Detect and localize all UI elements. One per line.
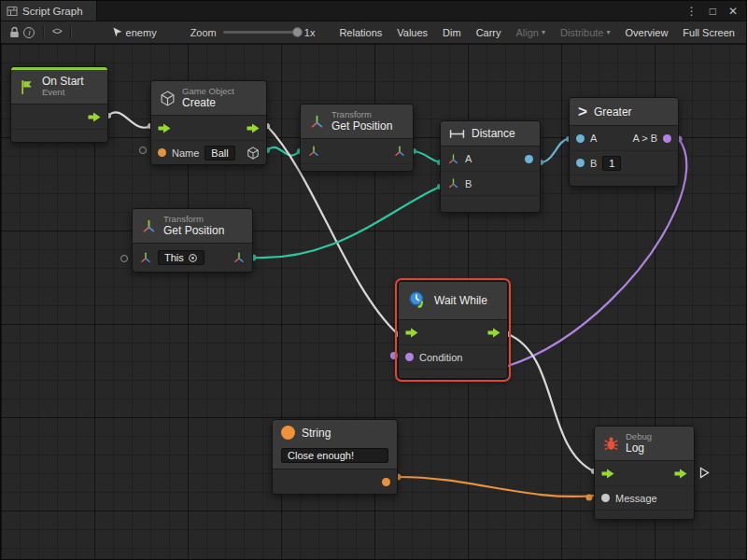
string-icon <box>281 426 295 440</box>
unconnected-port[interactable] <box>120 255 128 262</box>
float-input-port[interactable] <box>576 159 585 167</box>
node-get-position-a[interactable]: TransformGet Position <box>300 104 414 172</box>
flow-input-port[interactable] <box>601 469 614 479</box>
lock-icon[interactable] <box>7 24 21 41</box>
zoom-label: Zoom <box>190 27 217 38</box>
toolbar-separator <box>70 26 71 39</box>
code-icon[interactable]: <> <box>49 24 63 41</box>
transform-axis-icon <box>141 218 157 234</box>
port-label: B <box>590 158 597 169</box>
chevron-down-icon: ▾ <box>606 28 610 36</box>
string-input-port[interactable] <box>158 148 166 157</box>
bug-icon <box>603 436 619 452</box>
wire-flow-onstart-create[interactable] <box>108 112 150 127</box>
port-label: B <box>465 178 472 189</box>
wire-object-create-getposition[interactable] <box>267 147 300 156</box>
node-get-position-b[interactable]: TransformGet Position This <box>132 208 253 273</box>
transform-input-port[interactable] <box>307 145 320 158</box>
target-value: This <box>164 252 184 263</box>
overview-button[interactable]: Overview <box>620 24 674 41</box>
zoom-slider[interactable] <box>223 31 298 34</box>
condition-input-port[interactable] <box>405 353 414 361</box>
float-input-port[interactable] <box>576 134 585 143</box>
tab-script-graph[interactable]: Script Graph <box>1 1 97 21</box>
cube-icon <box>160 91 176 106</box>
node-title: Create <box>182 97 234 109</box>
flow-output-port[interactable] <box>487 328 500 338</box>
greater-icon: > <box>578 104 587 119</box>
close-icon[interactable]: ✕ <box>728 5 738 18</box>
window-menu-icon[interactable]: ⋮ <box>686 5 698 18</box>
node-header: TransformGet Position <box>133 209 252 244</box>
toolbar-buttons: Relations Values Dim Carry Align▾ Distri… <box>333 24 740 41</box>
target-field[interactable]: This <box>158 250 204 265</box>
values-button[interactable]: Values <box>391 24 433 41</box>
align-button[interactable]: Align▾ <box>511 24 551 41</box>
distance-icon <box>449 129 465 139</box>
port-label: A <box>590 133 597 144</box>
node-footer <box>399 369 507 378</box>
port-label: A <box>465 153 472 164</box>
wire-vector-getposition-distance-b[interactable] <box>253 187 440 258</box>
node-header: On StartEvent <box>11 70 107 105</box>
zoom-control: Zoom 1x <box>190 27 316 38</box>
node-create-game-object[interactable]: Game ObjectCreate Name Ball <box>150 80 267 165</box>
flow-output-port[interactable] <box>247 123 260 133</box>
transform-input-port[interactable] <box>139 251 152 264</box>
node-debug-log[interactable]: DebugLog Message <box>594 426 695 520</box>
node-title: Get Position <box>331 120 392 133</box>
wire-flow-waitwhile-log[interactable] <box>508 334 594 471</box>
vector3-output-port[interactable] <box>393 145 406 158</box>
node-distance[interactable]: Distance A B <box>440 120 541 213</box>
node-title: Get Position <box>163 225 224 237</box>
relations-button[interactable]: Relations <box>333 24 388 41</box>
node-title: On Start <box>42 76 84 88</box>
name-input-field[interactable]: Ball <box>204 146 234 161</box>
string-output-port[interactable] <box>382 478 390 486</box>
flow-output-port[interactable] <box>674 469 687 479</box>
string-value-field[interactable]: Close enough! <box>281 448 388 463</box>
carry-button[interactable]: Carry <box>471 24 507 41</box>
distribute-button[interactable]: Distribute▾ <box>555 24 615 41</box>
unconnected-port[interactable] <box>139 147 147 154</box>
flow-input-port[interactable] <box>158 123 171 133</box>
port-label: Name <box>172 147 199 159</box>
node-wait-while[interactable]: Wait While Condition <box>398 281 508 379</box>
flow-output-port[interactable] <box>88 112 101 122</box>
graph-breadcrumb[interactable]: enemy <box>112 27 157 38</box>
node-header: Wait While <box>399 282 507 320</box>
node-title: Wait While <box>434 294 487 307</box>
node-header: String Close enough! <box>273 420 397 469</box>
node-on-start[interactable]: On StartEvent <box>10 66 108 143</box>
node-footer <box>595 510 694 519</box>
node-footer <box>441 195 540 212</box>
game-object-output-port[interactable] <box>247 147 260 160</box>
flow-input-port[interactable] <box>405 328 418 338</box>
wire-string-log[interactable] <box>398 477 594 497</box>
port-label: Condition <box>419 352 462 363</box>
dim-button[interactable]: Dim <box>437 24 467 41</box>
info-icon[interactable]: i <box>21 24 36 41</box>
b-value-field[interactable]: 1 <box>602 156 621 171</box>
float-output-port[interactable] <box>525 155 533 163</box>
toolbar-separator <box>43 26 44 39</box>
graph-name-label: enemy <box>126 27 157 38</box>
zoom-slider-knob[interactable] <box>292 27 303 37</box>
maximize-icon[interactable]: □ <box>710 5 716 18</box>
graph-tab-icon <box>7 6 18 17</box>
wait-clock-icon <box>407 290 428 311</box>
vector3-input-port[interactable] <box>447 153 459 165</box>
node-header: > Greater <box>570 98 678 126</box>
title-bar: Script Graph ⋮ □ ✕ <box>1 1 746 21</box>
pointer-icon <box>112 27 122 38</box>
bool-output-port[interactable] <box>663 134 671 143</box>
node-greater[interactable]: > Greater A A > B B 1 <box>569 97 679 187</box>
vector3-input-port[interactable] <box>447 177 459 189</box>
fullscreen-button[interactable]: Full Screen <box>677 24 740 41</box>
wire-float-distance-greater[interactable] <box>541 139 569 162</box>
vector3-output-port[interactable] <box>233 251 246 264</box>
wire-vector-getposition-distance-a[interactable] <box>414 151 440 162</box>
graph-canvas[interactable]: On StartEvent Game ObjectCreate <box>1 44 747 560</box>
node-string[interactable]: String Close enough! <box>272 419 398 495</box>
message-input-port[interactable] <box>601 494 610 502</box>
